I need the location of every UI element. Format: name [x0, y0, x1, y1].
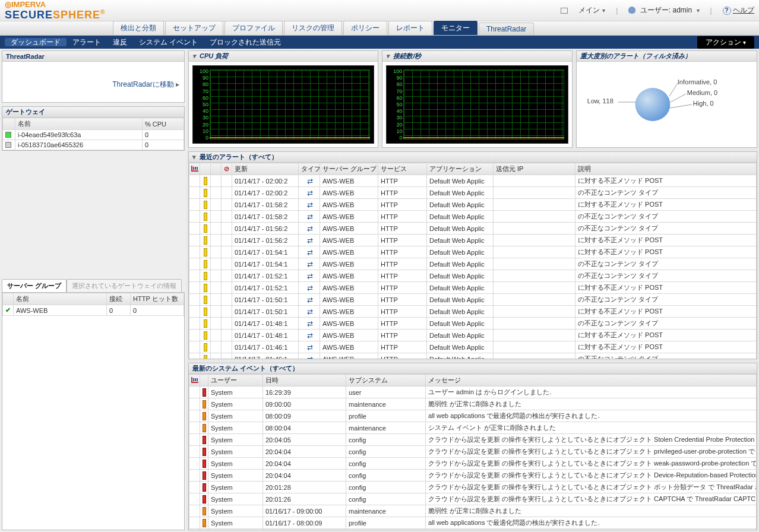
event-datetime: 01/16/17 - 08:00:04 — [263, 529, 346, 530]
alert-row[interactable]: 01/14/17 - 01:46:1⇄AWS-WEBHTTPDefault We… — [189, 341, 757, 353]
tab-レポート[interactable]: レポート — [388, 21, 432, 35]
alert-row[interactable]: 01/14/17 - 01:48:1⇄AWS-WEBHTTPDefault We… — [189, 318, 757, 330]
col-type[interactable]: タイプ — [299, 163, 320, 175]
alert-row[interactable]: 01/14/17 - 01:50:1⇄AWS-WEBHTTPDefault We… — [189, 294, 757, 306]
event-subsystem: profile — [346, 410, 426, 422]
col-cpu[interactable]: % CPU — [143, 118, 184, 130]
threatradar-link[interactable]: ThreatRadarに移動 — [112, 80, 179, 88]
alert-row[interactable]: 01/14/17 - 01:50:1⇄AWS-WEBHTTPDefault We… — [189, 306, 757, 318]
event-row[interactable]: System20:04:05configクラウドから設定を更新 の操作を実行しよ… — [189, 434, 757, 446]
server-group-row[interactable]: ✔AWS-WEB00 — [3, 305, 184, 316]
tab-ThreatRadar[interactable]: ThreatRadar — [479, 23, 534, 35]
alert-row[interactable]: 01/14/17 - 01:48:1⇄AWS-WEBHTTPDefault We… — [189, 330, 757, 341]
event-row[interactable]: System01/16/17 - 09:00:00maintenance脆弱性 … — [189, 505, 757, 517]
col-subsystem[interactable]: サブシステム — [346, 375, 426, 387]
col-sg[interactable]: サーバー グループ — [320, 163, 378, 175]
gateway-row[interactable]: i-04eaed549e93fc63a0 — [3, 130, 184, 140]
event-row[interactable]: System01/16/17 - 08:00:04maintenanceシステム… — [189, 529, 757, 530]
tab-gateway-info[interactable]: 選択されているゲートウェイの情報 — [67, 279, 182, 292]
event-row[interactable]: System01/16/17 - 08:00:09profileall web … — [189, 517, 757, 529]
col-user[interactable]: ユーザー — [208, 375, 263, 387]
severity-icon — [204, 355, 207, 359]
server-group-table: 名前 接続 HTTP ヒット数 ✔AWS-WEB00 — [2, 293, 184, 316]
tab-リスクの管理[interactable]: リスクの管理 — [284, 21, 342, 35]
alert-time: 01/14/17 - 01:48:1 — [232, 318, 299, 330]
event-row[interactable]: System20:04:04configクラウドから設定を更新 の操作を実行しよ… — [189, 458, 757, 470]
severity-icon — [203, 471, 206, 480]
alert-row[interactable]: 01/14/17 - 02:00:2⇄AWS-WEBHTTPDefault We… — [189, 175, 757, 187]
alert-desc: に対する不正メソッド POST — [575, 235, 757, 246]
tab-ポリシー[interactable]: ポリシー — [343, 21, 387, 35]
event-row[interactable]: System08:00:04maintenanceシステム イベント が正常に削… — [189, 422, 757, 434]
separator: | — [616, 7, 618, 15]
col-color[interactable] — [3, 118, 15, 130]
alert-desc: に対する不正メソッド POST — [575, 306, 757, 318]
subnav-アラート[interactable]: アラート — [67, 38, 107, 46]
event-datetime: 20:04:04 — [263, 446, 346, 458]
alert-sg: AWS-WEB — [320, 223, 378, 235]
col-desc[interactable]: 説明 — [575, 163, 757, 175]
alert-row[interactable]: 01/14/17 - 01:54:1⇄AWS-WEBHTTPDefault We… — [189, 258, 757, 270]
col-graph-icon[interactable] — [189, 375, 200, 387]
col-blank[interactable] — [211, 163, 222, 175]
col-conn[interactable]: 接続 — [107, 293, 131, 305]
collapse-icon[interactable]: ▾ — [192, 52, 200, 60]
col-name[interactable]: 名前 — [15, 118, 143, 130]
col-sev[interactable] — [200, 163, 211, 175]
event-user: System — [208, 470, 263, 482]
col-update[interactable]: 更新 — [232, 163, 299, 175]
subnav-ブロックされた送信元[interactable]: ブロックされた送信元 — [204, 38, 287, 46]
y-tick: 10 — [388, 128, 402, 134]
alert-svc: HTTP — [378, 330, 427, 341]
alert-desc: に対する不正メソッド POST — [575, 341, 757, 353]
event-row[interactable]: System16:29:39userユーザー admin は からログインしまし… — [189, 387, 757, 398]
gateway-row[interactable]: i-05183710ae64553260 — [3, 140, 184, 150]
user-block[interactable]: ユーザー: admin — [628, 5, 699, 15]
alert-row[interactable]: 01/14/17 - 01:58:2⇄AWS-WEBHTTPDefault We… — [189, 199, 757, 211]
col-status[interactable] — [3, 293, 14, 305]
col-datetime[interactable]: 日時 — [263, 375, 346, 387]
main-menu[interactable]: メイン — [578, 5, 605, 15]
col-no-icon[interactable]: ⊘ — [222, 163, 232, 175]
severity-icon — [204, 331, 207, 340]
alert-row[interactable]: 01/14/17 - 01:52:1⇄AWS-WEBHTTPDefault We… — [189, 282, 757, 294]
tab-セットアップ[interactable]: セットアップ — [165, 21, 223, 35]
severity-icon — [203, 436, 206, 444]
col-sg-name[interactable]: 名前 — [14, 293, 107, 305]
action-menu[interactable]: アクション — [697, 36, 754, 49]
alert-row[interactable]: 01/14/17 - 01:56:2⇄AWS-WEBHTTPDefault We… — [189, 235, 757, 246]
event-row[interactable]: System09:00:00maintenance脆弱性 が正常に削除されました — [189, 398, 757, 410]
event-row[interactable]: System08:00:09profileall web application… — [189, 410, 757, 422]
alert-srcip — [494, 318, 575, 330]
collapse-icon[interactable]: ▾ — [386, 52, 393, 60]
alert-row[interactable]: 01/14/17 - 01:58:2⇄AWS-WEBHTTPDefault We… — [189, 211, 757, 223]
alert-row[interactable]: 01/14/17 - 02:00:2⇄AWS-WEBHTTPDefault We… — [189, 187, 757, 199]
col-message[interactable]: メッセージ — [426, 375, 757, 387]
col-graph-icon[interactable] — [189, 163, 200, 175]
event-row[interactable]: System20:01:28configクラウドから設定を更新 の操作を実行しよ… — [189, 482, 757, 493]
event-row[interactable]: System20:04:04configクラウドから設定を更新 の操作を実行しよ… — [189, 470, 757, 482]
direction-icon: ⇄ — [307, 355, 311, 359]
tab-プロファイル[interactable]: プロファイル — [224, 21, 283, 35]
alert-row[interactable]: 01/14/17 - 01:56:2⇄AWS-WEBHTTPDefault We… — [189, 223, 757, 235]
collapse-icon[interactable]: ▾ — [192, 153, 200, 161]
col-app[interactable]: アプリケーション — [427, 163, 494, 175]
event-row[interactable]: System20:01:26configクラウドから設定を更新 の操作を実行しよ… — [189, 493, 757, 505]
alert-row[interactable]: 01/14/17 - 01:52:1⇄AWS-WEBHTTPDefault We… — [189, 270, 757, 282]
tab-モニター[interactable]: モニター — [434, 21, 477, 35]
help-link[interactable]: ? ヘルプ — [723, 5, 754, 15]
col-svc[interactable]: サービス — [378, 163, 427, 175]
alert-row[interactable]: 01/14/17 - 01:54:1⇄AWS-WEBHTTPDefault We… — [189, 246, 757, 258]
col-hits[interactable]: HTTP ヒット数 — [131, 293, 184, 305]
subnav-システム イベント[interactable]: システム イベント — [133, 38, 204, 46]
tab-検出と分類[interactable]: 検出と分類 — [113, 21, 164, 35]
alert-row[interactable]: 01/14/17 - 01:46:1⇄AWS-WEBHTTPDefault We… — [189, 353, 757, 359]
event-message: クラウドから設定を更新 の操作を実行しようとしているときにオブジェクト Devi… — [426, 470, 757, 482]
event-row[interactable]: System20:04:04configクラウドから設定を更新 の操作を実行しよ… — [189, 446, 757, 458]
col-srcip[interactable]: 送信元 IP — [494, 163, 575, 175]
subnav-違反[interactable]: 違反 — [107, 38, 133, 46]
subnav-ダッシュボード[interactable]: ダッシュボード — [5, 38, 67, 46]
alert-svc: HTTP — [378, 270, 427, 282]
col-sev[interactable] — [200, 375, 208, 387]
tab-server-group[interactable]: サーバー グループ — [2, 279, 67, 292]
